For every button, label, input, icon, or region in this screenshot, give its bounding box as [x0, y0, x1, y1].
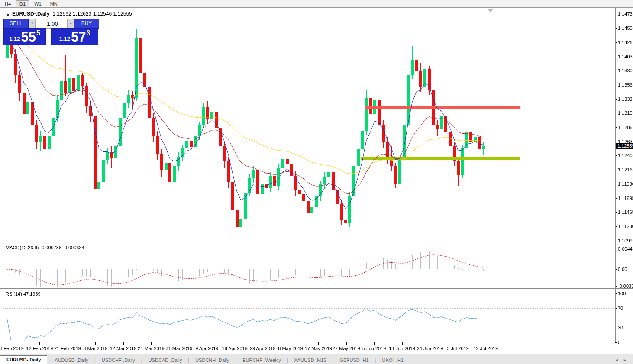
- date-axis-label: 31 Mar 2019: [166, 346, 193, 351]
- date-axis-label: 8 May 2019: [278, 346, 303, 351]
- date-axis-label: 12 Jul 2019: [473, 346, 498, 351]
- rsi-axis-label: 70: [618, 306, 623, 311]
- date-axis-label: 3 Jul 2019: [447, 346, 469, 351]
- date-axis-label: 21 Mar 2019: [138, 346, 165, 351]
- price-axis-label: 1.12400: [618, 153, 633, 158]
- sell-price-prefix: 1.12: [9, 35, 20, 42]
- ohlc-quote-line: 1.12592 1.12623 1.12546 1.12555: [52, 11, 132, 17]
- timeframe-button-h4[interactable]: H4: [1, 0, 15, 8]
- macd-axis-label: 0.004465: [618, 246, 633, 251]
- toolbar-separator: [63, 2, 63, 7]
- price-axis-label: 1.11465: [618, 209, 633, 215]
- date-axis-label: 21 Feb 2019: [54, 346, 81, 351]
- price-axis-label: 1.11230: [618, 224, 633, 229]
- chart-surface[interactable]: [3, 8, 615, 342]
- price-axis-label: 1.13330: [618, 97, 633, 102]
- date-axis-label: 5 Jun 2019: [362, 346, 386, 351]
- axis-separator: [0, 342, 633, 342]
- date-axis-label: 29 Apr 2019: [250, 346, 275, 351]
- window-left-border-inner: [3, 8, 3, 342]
- rsi-axis-label: 100: [618, 291, 626, 296]
- sell-button[interactable]: SELL: [3, 19, 29, 29]
- price-axis-label: 1.10995: [618, 238, 633, 243]
- date-axis-label: 27 May 2019: [333, 346, 360, 351]
- buy-price-display[interactable]: 1.12 57 3: [51, 28, 98, 45]
- date-axis-label: 18 Apr 2019: [222, 346, 248, 351]
- chart-title[interactable]: ▲EURUSD-,Daily 1.12592 1.12623 1.12546 1…: [6, 11, 132, 17]
- macd-axis-label: 0.00: [618, 267, 627, 272]
- volume-input[interactable]: [35, 19, 70, 29]
- volume-increment-button[interactable]: ▲: [67, 19, 74, 29]
- timeframe-toolbar: H4D1W1MN: [0, 0, 633, 8]
- price-scale-border: [615, 8, 616, 342]
- collapse-arrow-icon[interactable]: ▲: [6, 12, 10, 16]
- date-axis-label: 3 Mar 2019: [83, 346, 107, 351]
- tab-eurusd-daily[interactable]: EURUSD-,Daily: [0, 355, 47, 364]
- tab-scroll-left-icon[interactable]: ◄: [615, 358, 623, 362]
- tab-xauusd-m15[interactable]: XAUUSD-,M15: [288, 356, 333, 364]
- date-axis-label: 12 Mar 2019: [110, 346, 137, 351]
- toolbar-separator: [66, 2, 66, 7]
- tab-eurchf-weekly[interactable]: EURCHF-,Weekly: [236, 356, 287, 364]
- timeframe-button-d1[interactable]: D1: [16, 0, 29, 8]
- buy-price-pip: 3: [86, 29, 90, 37]
- window-left-border: [1, 8, 1, 354]
- date-axis-label: 17 May 2019: [305, 346, 333, 351]
- tab-usdchf-daily[interactable]: USDCHF-,Daily: [96, 356, 141, 364]
- tab-gbpusd-h1[interactable]: GBPUSD-,H1: [333, 356, 375, 364]
- tab-usdcnh-daily[interactable]: USDCNH-,Daily: [189, 356, 235, 364]
- price-axis-label: 1.14030: [618, 54, 633, 59]
- macd-axis-label: -0.003715: [618, 283, 633, 289]
- tab-usdcad-daily[interactable]: USDCAD-,Daily: [142, 356, 188, 364]
- one-click-trading-panel: SELL ▼ ▲ BUY 1.12 55 5 1.12 57 3: [3, 19, 98, 45]
- chart-tab-bar: EURUSD-,Daily|AUDUSD-,Daily|USDCHF-,Dail…: [0, 354, 633, 364]
- price-axis-label: 1.13565: [618, 82, 633, 87]
- date-axis-label: 14 Jun 2019: [389, 346, 415, 351]
- sell-price-pip: 5: [36, 29, 40, 37]
- buy-price-big: 57: [71, 31, 86, 43]
- date-axis-label: 3 Feb 2019: [0, 346, 24, 351]
- macd-label: MACD(12,26,9) -0.000738 -0.000684: [6, 245, 84, 250]
- pane-separator-rsi[interactable]: [0, 288, 633, 289]
- chart-shift-marker[interactable]: [488, 9, 493, 12]
- price-axis-label: 1.12165: [618, 167, 633, 172]
- symbol-name: EURUSD-,Daily: [12, 11, 50, 17]
- date-axis-label: 9 Apr 2019: [195, 346, 218, 351]
- price-axis-label: 1.14265: [618, 40, 633, 45]
- date-axis-label: 12 Feb 2019: [26, 346, 53, 351]
- price-axis-label: 1.12865: [618, 125, 633, 130]
- price-axis-label: 1.11930: [618, 181, 633, 187]
- price-axis-label: 1.13800: [618, 68, 633, 73]
- rsi-label: RSI(14) 47.1989: [6, 291, 41, 296]
- timeframe-button-w1[interactable]: W1: [30, 0, 45, 8]
- buy-button[interactable]: BUY: [74, 19, 99, 29]
- price-axis-label: 1.14500: [618, 26, 633, 31]
- current-price-badge: 1.12555: [616, 143, 633, 149]
- rsi-axis-label: 0: [618, 340, 620, 345]
- date-axis-label: 24 Jun 2019: [417, 346, 443, 351]
- tab-scroll-buttons: ◄►: [615, 358, 631, 362]
- price-axis-label: 1.11695: [618, 196, 633, 201]
- tab-scroll-right-icon[interactable]: ►: [623, 358, 631, 362]
- timeframe-button-mn[interactable]: MN: [46, 0, 61, 8]
- buy-price-prefix: 1.12: [59, 35, 70, 42]
- rsi-axis-label: 30: [618, 325, 623, 330]
- sell-price-display[interactable]: 1.12 55 5: [3, 28, 46, 45]
- tab-audusd-daily[interactable]: AUDUSD-,Daily: [48, 356, 94, 364]
- tab-ukoil-h1[interactable]: UKOil-,H1: [376, 356, 410, 364]
- pane-separator-macd[interactable]: [0, 242, 633, 242]
- sell-price-big: 55: [21, 31, 36, 43]
- price-axis-label: 1.13100: [618, 110, 633, 116]
- price-axis-label: 1.14735: [618, 11, 633, 16]
